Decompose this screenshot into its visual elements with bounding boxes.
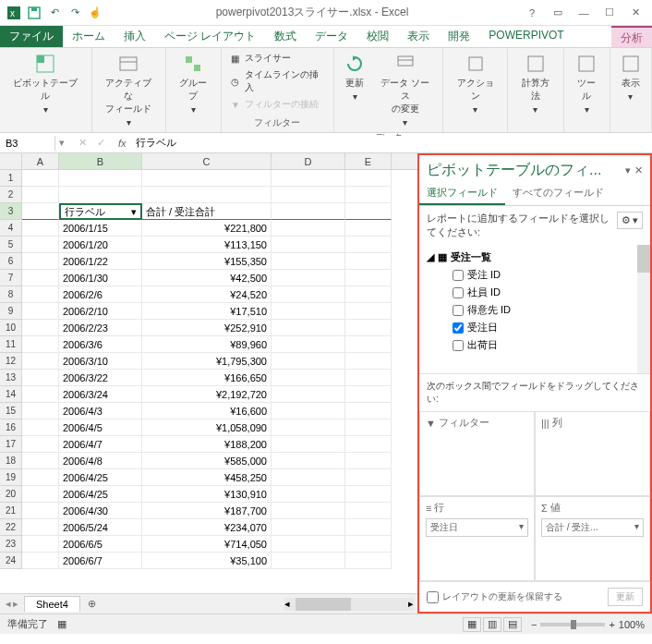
spreadsheet-grid[interactable]: ABCDE 123行ラベル ▾合計 / 受注合計42006/1/15¥221,8… bbox=[0, 153, 417, 614]
cell[interactable] bbox=[272, 403, 345, 419]
cancel-icon[interactable]: ✕ bbox=[74, 137, 91, 149]
cell[interactable] bbox=[22, 469, 59, 486]
cell[interactable]: ¥113,150 bbox=[142, 237, 272, 253]
slicer-button[interactable]: ▦スライサー bbox=[227, 51, 328, 66]
cell[interactable] bbox=[345, 503, 392, 519]
tab-active-fields[interactable]: 選択フィールド bbox=[419, 182, 505, 205]
cell[interactable] bbox=[272, 486, 345, 503]
action-button[interactable]: アクション ▾ bbox=[449, 51, 501, 116]
row-header[interactable]: 21 bbox=[0, 503, 22, 519]
cell[interactable] bbox=[345, 286, 392, 303]
field-item[interactable]: 社員 ID bbox=[427, 284, 643, 301]
add-sheet-icon[interactable]: ⊕ bbox=[80, 598, 103, 610]
row-drop-area[interactable]: ≡行 受注日▾ bbox=[419, 496, 535, 581]
cell[interactable]: 2006/2/23 bbox=[59, 320, 142, 336]
active-field-button[interactable]: アクティブな フィールド ▾ bbox=[98, 51, 160, 129]
cell[interactable]: 2006/1/22 bbox=[59, 253, 142, 270]
tab-developer[interactable]: 開発 bbox=[439, 26, 479, 47]
cell[interactable]: ¥1,058,090 bbox=[142, 419, 272, 436]
cell[interactable] bbox=[272, 453, 345, 469]
pane-dropdown-icon[interactable]: ▾ bbox=[625, 164, 631, 176]
cell[interactable] bbox=[272, 553, 345, 569]
cell[interactable]: 2006/4/5 bbox=[59, 419, 142, 436]
cell[interactable] bbox=[272, 469, 345, 486]
cell[interactable]: 2006/2/10 bbox=[59, 303, 142, 320]
row-header[interactable]: 24 bbox=[0, 553, 22, 569]
pivottable-button[interactable]: ピボットテーブル ▾ bbox=[6, 51, 86, 116]
row-header[interactable]: 20 bbox=[0, 486, 22, 503]
cell[interactable]: ¥16,600 bbox=[142, 403, 272, 419]
cell[interactable] bbox=[22, 170, 59, 187]
sheet-tab[interactable]: Sheet4 bbox=[24, 596, 80, 612]
cell[interactable] bbox=[22, 320, 59, 336]
cell[interactable] bbox=[272, 519, 345, 536]
cell[interactable] bbox=[272, 386, 345, 403]
page-break-icon[interactable]: ▤ bbox=[503, 617, 522, 632]
cell[interactable] bbox=[272, 220, 345, 237]
cell[interactable]: 2006/1/30 bbox=[59, 270, 142, 286]
cell[interactable] bbox=[345, 237, 392, 253]
cell[interactable] bbox=[272, 353, 345, 370]
name-box[interactable]: B3 bbox=[0, 136, 55, 151]
cell[interactable] bbox=[345, 386, 392, 403]
collapse-icon[interactable]: ◢ bbox=[427, 251, 434, 263]
cell[interactable] bbox=[272, 253, 345, 270]
layout-options-button[interactable]: ⚙▾ bbox=[617, 212, 643, 229]
row-header[interactable]: 14 bbox=[0, 386, 22, 403]
cell[interactable]: 2006/3/24 bbox=[59, 386, 142, 403]
cell[interactable] bbox=[345, 270, 392, 286]
cell[interactable]: ¥187,700 bbox=[142, 503, 272, 519]
cell[interactable] bbox=[142, 170, 272, 187]
tab-pagelayout[interactable]: ページ レイアウト bbox=[155, 26, 265, 47]
tab-home[interactable]: ホーム bbox=[63, 26, 115, 47]
cell[interactable] bbox=[345, 253, 392, 270]
cell[interactable]: ¥42,500 bbox=[142, 270, 272, 286]
enter-icon[interactable]: ✓ bbox=[92, 137, 109, 149]
cell[interactable] bbox=[22, 419, 59, 436]
tab-file[interactable]: ファイル bbox=[0, 26, 63, 47]
cell[interactable] bbox=[22, 436, 59, 453]
cell[interactable]: ¥234,070 bbox=[142, 519, 272, 536]
group-button[interactable]: グループ ▾ bbox=[172, 51, 215, 116]
cell[interactable] bbox=[22, 336, 59, 353]
tab-review[interactable]: 校閲 bbox=[357, 26, 398, 47]
cell[interactable] bbox=[345, 170, 392, 187]
cell[interactable] bbox=[345, 436, 392, 453]
tools-button[interactable]: ツール ▾ bbox=[570, 51, 604, 116]
maximize-icon[interactable]: ☐ bbox=[600, 4, 619, 22]
cell[interactable] bbox=[59, 170, 142, 187]
row-header[interactable]: 1 bbox=[0, 170, 22, 187]
cell[interactable] bbox=[22, 237, 59, 253]
cell[interactable] bbox=[272, 436, 345, 453]
formula-input[interactable] bbox=[130, 136, 652, 151]
defer-layout-checkbox[interactable]: レイアウトの更新を保留する bbox=[427, 590, 562, 603]
cell[interactable] bbox=[272, 503, 345, 519]
cell[interactable]: 合計 / 受注合計 bbox=[142, 203, 272, 220]
column-header[interactable]: A bbox=[22, 153, 59, 169]
row-header[interactable]: 19 bbox=[0, 469, 22, 486]
cell[interactable] bbox=[22, 486, 59, 503]
cell[interactable] bbox=[22, 303, 59, 320]
cell[interactable] bbox=[272, 320, 345, 336]
horizontal-scrollbar[interactable]: ◂ ▸ bbox=[284, 598, 414, 611]
save-icon[interactable] bbox=[26, 5, 42, 21]
row-header[interactable]: 7 bbox=[0, 270, 22, 286]
cell[interactable]: 2006/4/7 bbox=[59, 436, 142, 453]
cell[interactable]: ¥166,650 bbox=[142, 370, 272, 386]
page-layout-icon[interactable]: ▥ bbox=[483, 617, 501, 632]
redo-icon[interactable]: ↷ bbox=[66, 5, 83, 21]
cell[interactable]: ¥252,910 bbox=[142, 320, 272, 336]
cell[interactable] bbox=[22, 386, 59, 403]
field-checkbox[interactable] bbox=[453, 305, 464, 316]
row-header[interactable]: 6 bbox=[0, 253, 22, 270]
field-item[interactable]: 出荷日 bbox=[427, 336, 643, 354]
cell[interactable]: ¥714,050 bbox=[142, 536, 272, 553]
field-item[interactable]: 受注 ID bbox=[427, 266, 643, 284]
cell[interactable]: 2006/6/7 bbox=[59, 553, 142, 569]
cell[interactable]: ¥24,520 bbox=[142, 286, 272, 303]
field-checkbox[interactable] bbox=[453, 322, 464, 334]
cell[interactable] bbox=[22, 187, 59, 203]
cell[interactable] bbox=[272, 203, 345, 220]
zoom-slider[interactable] bbox=[540, 623, 605, 626]
cell[interactable]: ¥155,350 bbox=[142, 253, 272, 270]
